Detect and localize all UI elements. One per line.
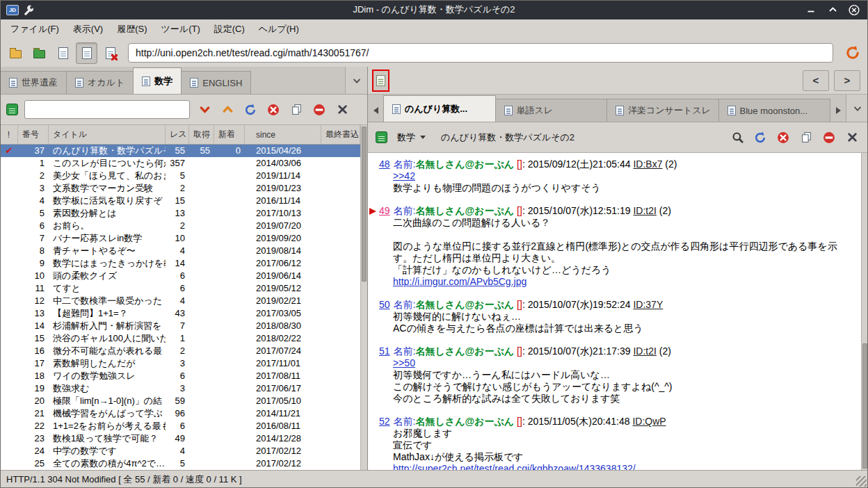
favorites-button[interactable] [29,42,50,64]
thread-search-button[interactable] [729,129,746,146]
thread-row-11[interactable]: 11てすと62019/05/12 [0,282,360,295]
anchor-link[interactable]: >>50 [393,357,415,368]
thread-tab-list-button[interactable] [846,95,868,122]
thread-list-scrollbar[interactable] [360,125,367,470]
thread-row-37[interactable]: ✔37のんびり算数・数学パズルその２555502015/04/26 [0,145,360,157]
board-tab-0[interactable]: 世界遺産 [0,71,67,94]
go-button[interactable] [842,42,863,64]
column-header-mark[interactable]: ! [0,125,18,144]
post-id-link[interactable]: ID:37Y [633,299,663,310]
board-view-button[interactable] [52,42,74,64]
board-tab-1[interactable]: オカルト [66,71,134,94]
search-down-button[interactable] [196,101,213,118]
column-header-res[interactable]: レス [166,125,189,144]
thread-row-15[interactable]: 15渋谷のギャル100人に聞いた12018/02/22 [0,332,360,345]
close-window-button[interactable] [849,4,860,15]
thread-tab-0[interactable]: のんびり算数... [383,95,496,122]
post-number-link[interactable]: 51 [379,345,390,357]
menu-item-2[interactable]: 履歴(S) [110,20,154,38]
menu-item-3[interactable]: ツール(T) [154,20,207,38]
url-input[interactable] [128,43,833,63]
thread-reload-button[interactable] [752,129,769,146]
thread-copy-button[interactable] [798,129,814,146]
thread-filter-input[interactable] [24,100,190,119]
thread-row-1[interactable]: 1このスレが目についたら何か3572014/03/06 [0,157,360,170]
forward-button[interactable]: > [834,70,860,91]
board-abone-button[interactable] [311,101,328,118]
thread-row-18[interactable]: 18ワイの数学勉強スレ62017/08/11 [0,370,360,382]
board-reload-button[interactable] [242,101,259,118]
anchor-link[interactable]: >>42 [393,170,415,181]
post-number-link[interactable]: 50 [379,299,390,310]
thread-view-button[interactable] [76,42,97,64]
thread-row-21[interactable]: 21機械学習をがんばって学ぶ962014/11/21 [0,407,360,420]
column-header-got[interactable]: 取得 [189,125,214,144]
board-tab-3[interactable]: ENGLISH [181,71,251,94]
thread-abone-button[interactable] [821,129,837,146]
bbs-list-button[interactable] [5,42,26,64]
board-tab-list-button[interactable] [345,67,367,94]
minimize-button[interactable] [805,4,817,15]
thread-row-25[interactable]: 25全ての素数の積が4π^2で…52017/02/12 [0,457,360,470]
thread-row-5[interactable]: 5素因数分解とは132017/10/13 [0,207,360,220]
thread-scrollbar[interactable] [861,153,868,470]
post-id-link[interactable]: ID:Bx7 [633,158,662,170]
board-stop-button[interactable] [265,101,282,118]
post-number-link[interactable]: 49 [379,205,390,216]
post-id-link[interactable]: ID:QwP [632,416,666,427]
board-copy-button[interactable] [288,101,305,118]
thread-row-6[interactable]: 6お前ら。22019/07/20 [0,220,360,232]
thread-stop-button[interactable] [775,129,791,146]
board-close-button[interactable] [334,101,351,118]
post-id-link[interactable]: ID:t2I [633,345,656,357]
thread-row-10[interactable]: 10頭の柔軟クイズ62019/06/14 [0,270,360,282]
back-button[interactable]: < [803,70,829,91]
thread-row-4[interactable]: 4数学板に活気を取り戻すぞ152016/11/14 [0,195,360,207]
menu-item-1[interactable]: 表示(V) [66,20,110,38]
image-view-button[interactable] [99,42,121,64]
thread-row-19[interactable]: 19数強求む32017/06/17 [0,382,360,395]
url-link[interactable]: http://i.imgur.com/APvb5Cg.jpg [393,276,527,287]
thread-row-8[interactable]: 8青チャートやるぞ〜42019/08/14 [0,245,360,257]
thread-row-13[interactable]: 13【超難問】1+1=？432017/03/05 [0,307,360,320]
post-id-link[interactable]: ID:t2I [633,205,656,216]
thread-row-2[interactable]: 2美少女「ほら見て、私のおま52019/11/14 [0,170,360,182]
thread-row-23[interactable]: 23数検1級って独学で可能？492014/12/28 [0,432,360,445]
column-header-num[interactable]: 番号 [18,125,49,144]
thread-row-24[interactable]: 24中学の数学です42017/02/12 [0,445,360,457]
resize-grip[interactable] [856,476,867,487]
column-header-new[interactable]: 新着 [214,125,245,144]
post-number-link[interactable]: 52 [379,416,390,427]
tab-scroll-right-button[interactable] [830,99,846,122]
search-up-button[interactable] [219,101,236,118]
thread-close-button[interactable] [844,129,860,146]
menu-item-5[interactable]: ヘルプ(H) [252,20,306,38]
post-number-link[interactable]: 48 [379,158,390,170]
menu-item-4[interactable]: 設定(C) [207,20,252,38]
scrollbar-thumb[interactable] [862,343,867,469]
column-header-last[interactable]: 最終書込 [321,125,360,144]
thread-row-14[interactable]: 14杉浦解析入門・解析演習を72018/08/30 [0,320,360,332]
thread-row-17[interactable]: 17素数解明したんだが32017/11/01 [0,357,360,370]
thread-row-16[interactable]: 16微分不可能な点が表れる最22017/07/24 [0,345,360,357]
column-header-since[interactable]: since [245,125,321,144]
column-header-title[interactable]: タイトル [49,125,166,144]
focused-view-icon[interactable] [372,70,389,92]
board-tab-2[interactable]: 数学 [133,67,182,94]
thread-row-3[interactable]: 3文系数学でマーカン受験22019/01/23 [0,182,360,195]
thread-row-9[interactable]: 9数学にはまったきっかけを教142017/06/12 [0,257,360,270]
thread-row-22[interactable]: 221+1=2をお前らが考える最も62016/08/11 [0,420,360,432]
thread-tab-2[interactable]: 洋楽コンサートスレ [606,99,719,122]
thread-tab-3[interactable]: Blue moonston... [718,99,831,122]
name-label: 名前: [394,345,416,357]
scrollbar-thumb[interactable] [362,127,367,282]
tab-scroll-left-button[interactable] [368,99,383,122]
thread-row-20[interactable]: 20極限「lim[n→1-0](n)」の結592017/05/10 [0,395,360,407]
maximize-button[interactable] [827,4,838,15]
thread-row-7[interactable]: 7バナー応募スレin数学102019/09/20 [0,232,360,245]
board-select[interactable]: 数学 [394,129,429,146]
thread-row-12[interactable]: 12中二で数検準一級受かった42019/02/21 [0,295,360,307]
thread-tab-1[interactable]: 単語スレ [495,99,608,122]
url-link[interactable]: http://super2ch.net/test/read.cgi/kqbbzo… [393,463,636,470]
menu-item-0[interactable]: ファイル(F) [3,20,66,38]
